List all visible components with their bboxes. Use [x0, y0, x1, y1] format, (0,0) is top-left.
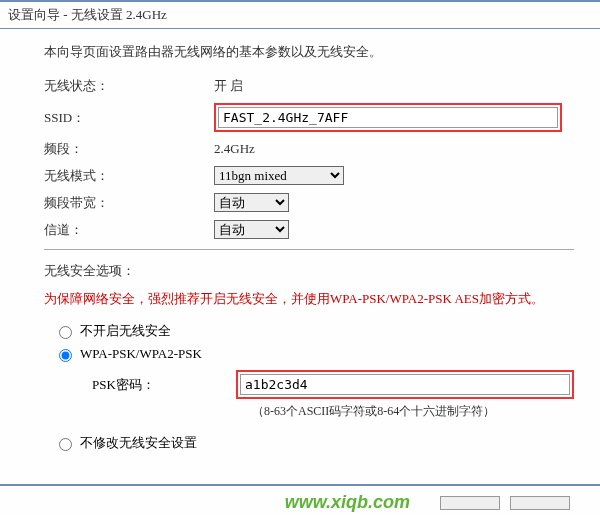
psk-highlight	[236, 370, 574, 399]
channel-label: 信道：	[44, 221, 214, 239]
radio-none-label: 不开启无线安全	[80, 322, 171, 340]
radio-row-keep[interactable]: 不修改无线安全设置	[54, 434, 574, 452]
status-label: 无线状态：	[44, 77, 214, 95]
radio-keep-label: 不修改无线安全设置	[80, 434, 197, 452]
security-warning: 为保障网络安全，强烈推荐开启无线安全，并使用WPA-PSK/WPA2-PSK A…	[44, 288, 574, 310]
radio-keep[interactable]	[59, 438, 72, 451]
security-heading: 无线安全选项：	[44, 262, 574, 280]
psk-hint: （8-63个ASCII码字符或8-64个十六进制字符）	[252, 403, 574, 420]
row-channel: 信道： 自动	[44, 220, 574, 239]
band-label: 频段：	[44, 140, 214, 158]
mode-label: 无线模式：	[44, 167, 214, 185]
radio-wpa[interactable]	[59, 349, 72, 362]
mode-select[interactable]: 11bgn mixed	[214, 166, 344, 185]
watermark: www.xiqb.com	[285, 492, 410, 513]
row-mode: 无线模式： 11bgn mixed	[44, 166, 574, 185]
divider	[44, 249, 574, 250]
row-psk: PSK密码：	[92, 370, 574, 399]
next-button[interactable]	[510, 496, 570, 510]
status-value: 开 启	[214, 77, 574, 95]
footer: www.xiqb.com	[0, 486, 600, 515]
row-band: 频段： 2.4GHz	[44, 140, 574, 158]
radio-none[interactable]	[59, 326, 72, 339]
row-status: 无线状态： 开 启	[44, 77, 574, 95]
radio-wpa-label: WPA-PSK/WPA2-PSK	[80, 346, 202, 362]
channel-select[interactable]: 自动	[214, 220, 289, 239]
bandwidth-label: 频段带宽：	[44, 194, 214, 212]
row-ssid: SSID：	[44, 103, 574, 132]
page-title: 设置向导 - 无线设置 2.4GHz	[0, 2, 600, 29]
radio-row-none[interactable]: 不开启无线安全	[54, 322, 574, 340]
ssid-label: SSID：	[44, 109, 214, 127]
radio-row-wpa[interactable]: WPA-PSK/WPA2-PSK	[54, 346, 574, 362]
ssid-highlight	[214, 103, 562, 132]
bandwidth-select[interactable]: 自动	[214, 193, 289, 212]
prev-button[interactable]	[440, 496, 500, 510]
psk-input[interactable]	[240, 374, 570, 395]
band-value: 2.4GHz	[214, 141, 574, 157]
ssid-input[interactable]	[218, 107, 558, 128]
psk-label: PSK密码：	[92, 376, 236, 394]
wizard-panel: 设置向导 - 无线设置 2.4GHz 本向导页面设置路由器无线网络的基本参数以及…	[0, 0, 600, 515]
row-bandwidth: 频段带宽： 自动	[44, 193, 574, 212]
content-area: 本向导页面设置路由器无线网络的基本参数以及无线安全。 无线状态： 开 启 SSI…	[0, 29, 600, 474]
intro-text: 本向导页面设置路由器无线网络的基本参数以及无线安全。	[44, 43, 574, 61]
